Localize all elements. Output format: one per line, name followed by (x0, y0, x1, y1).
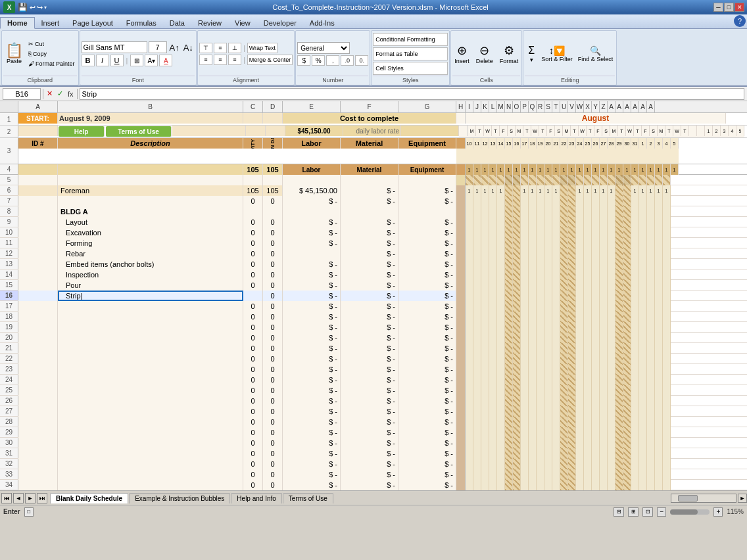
cell-C21[interactable]: 0 (243, 343, 263, 354)
cell-C3[interactable]: ACTIVITY DAYS (243, 138, 263, 149)
cell-B16[interactable]: Strip| (58, 291, 243, 301)
col-header-C[interactable]: C (243, 101, 263, 112)
cell-B34[interactable] (58, 480, 243, 490)
cell-G11[interactable]: $ - (398, 238, 456, 248)
cell-C19[interactable]: 0 (243, 322, 263, 333)
cell-E12[interactable] (283, 248, 341, 259)
cell-F25[interactable]: $ - (341, 385, 398, 396)
cell-G26[interactable]: $ - (398, 396, 456, 406)
cell-C32[interactable]: 0 (243, 459, 263, 469)
tab-developer[interactable]: Developer (257, 18, 303, 28)
cell-D7[interactable]: 0 (263, 196, 283, 206)
number-format-select[interactable]: General Number Currency Percentage (297, 42, 350, 54)
sheet-tab-terms[interactable]: Terms of Use (283, 493, 333, 503)
cell-G9[interactable]: $ - (398, 217, 456, 227)
cell-A4[interactable] (18, 164, 58, 175)
cell-G25[interactable]: $ - (398, 385, 456, 396)
paste-button[interactable]: 📋 Paste (3, 41, 25, 66)
cell-C20[interactable]: 0 (243, 333, 263, 343)
cell-B10[interactable]: Excavation (58, 227, 243, 238)
cell-B5[interactable] (58, 175, 243, 185)
cell-G29[interactable]: $ - (398, 427, 456, 438)
cell-F16[interactable]: $ - (341, 291, 398, 301)
cell-G31[interactable]: $ - (398, 448, 456, 459)
cell-F9[interactable]: $ - (341, 217, 398, 227)
insert-function-icon[interactable]: fx (66, 90, 75, 98)
undo-icon[interactable]: ↩ (30, 3, 36, 12)
cell-D2[interactable] (266, 126, 285, 136)
cell-D25[interactable]: 0 (263, 385, 283, 396)
align-left-btn[interactable]: ≡ (199, 55, 212, 65)
cell-C13[interactable]: 0 (243, 259, 263, 269)
cell-G32[interactable]: $ - (398, 459, 456, 469)
copy-button[interactable]: ⎘ Copy (26, 49, 77, 58)
font-size-input[interactable] (149, 41, 167, 53)
col-header-P[interactable]: P (521, 101, 529, 112)
cell-C16[interactable] (243, 291, 263, 301)
cell-F32[interactable]: $ - (341, 459, 398, 469)
sheet-nav-prev[interactable]: ◄ (13, 493, 24, 503)
cell-D16[interactable]: 0 (263, 291, 283, 301)
cell-F20[interactable]: $ - (341, 333, 398, 343)
italic-button[interactable]: I (96, 55, 109, 66)
cell-A17[interactable] (18, 301, 58, 312)
increase-decimal-btn[interactable]: .0 (341, 55, 354, 66)
cell-F26[interactable]: $ - (341, 396, 398, 406)
cell-E22[interactable]: $ - (283, 354, 341, 364)
cell-A10[interactable] (18, 227, 58, 238)
align-right-btn[interactable]: ≡ (228, 55, 241, 65)
cell-C33[interactable]: 0 (243, 469, 263, 480)
col-header-D[interactable]: D (263, 101, 283, 112)
cell-D9[interactable]: 0 (263, 217, 283, 227)
cell-E31[interactable]: $ - (283, 448, 341, 459)
cell-B4[interactable] (58, 164, 243, 175)
tab-page-layout[interactable]: Page Layout (66, 18, 120, 28)
cell-B23[interactable] (58, 364, 243, 375)
view-page-break-btn[interactable]: ⊡ (642, 507, 653, 517)
cell-A15[interactable] (18, 280, 58, 291)
cell-C6[interactable]: 105 (243, 185, 263, 196)
cell-A1[interactable]: START: (18, 113, 58, 124)
col-header-Y[interactable]: Y (592, 101, 600, 112)
cell-F3[interactable]: Material (341, 138, 398, 149)
cell-A12[interactable] (18, 248, 58, 259)
cut-button[interactable]: ✂ Cut (26, 39, 77, 49)
cell-A26[interactable] (18, 396, 58, 406)
cell-D32[interactable]: 0 (263, 459, 283, 469)
cell-B22[interactable] (58, 354, 243, 364)
cell-D26[interactable]: 0 (263, 396, 283, 406)
cell-D6[interactable]: 105 (263, 185, 283, 196)
tab-formulas[interactable]: Formulas (120, 18, 163, 28)
tab-addins[interactable]: Add-Ins (303, 18, 341, 28)
cell-G17[interactable]: $ - (398, 301, 456, 312)
merge-center-btn[interactable]: Merge & Center (247, 55, 293, 65)
tab-home[interactable]: Home (0, 17, 35, 29)
col-header-AD[interactable]: A (631, 101, 639, 112)
cell-D22[interactable]: 0 (263, 354, 283, 364)
col-header-R[interactable]: R (537, 101, 544, 112)
format-btn[interactable]: ⚙ Format (498, 41, 521, 66)
col-header-AE[interactable]: A (639, 101, 647, 112)
cell-A25[interactable] (18, 385, 58, 396)
cell-B28[interactable] (58, 417, 243, 427)
cell-B2-terms[interactable]: Terms of Use (106, 126, 172, 137)
cell-A18[interactable] (18, 312, 58, 322)
cell-G24[interactable]: $ - (398, 375, 456, 385)
cell-D17[interactable]: 0 (263, 301, 283, 312)
cell-E25[interactable]: $ - (283, 385, 341, 396)
cell-B7[interactable] (58, 196, 243, 206)
cell-reference-box[interactable] (3, 88, 41, 100)
col-header-S[interactable]: S (544, 101, 552, 112)
cell-D31[interactable]: 0 (263, 448, 283, 459)
cell-C34[interactable]: 0 (243, 480, 263, 490)
cell-G4[interactable]: Equipment (398, 164, 456, 175)
cell-E3[interactable]: Labor (283, 138, 341, 149)
qat-dropdown-icon[interactable]: ▾ (44, 5, 47, 11)
cell-B21[interactable] (58, 343, 243, 354)
cell-F21[interactable]: $ - (341, 343, 398, 354)
cell-F13[interactable]: $ - (341, 259, 398, 269)
cell-D30[interactable]: 0 (263, 438, 283, 448)
cell-A31[interactable] (18, 448, 58, 459)
cell-A28[interactable] (18, 417, 58, 427)
cell-E11[interactable]: $ - (283, 238, 341, 248)
